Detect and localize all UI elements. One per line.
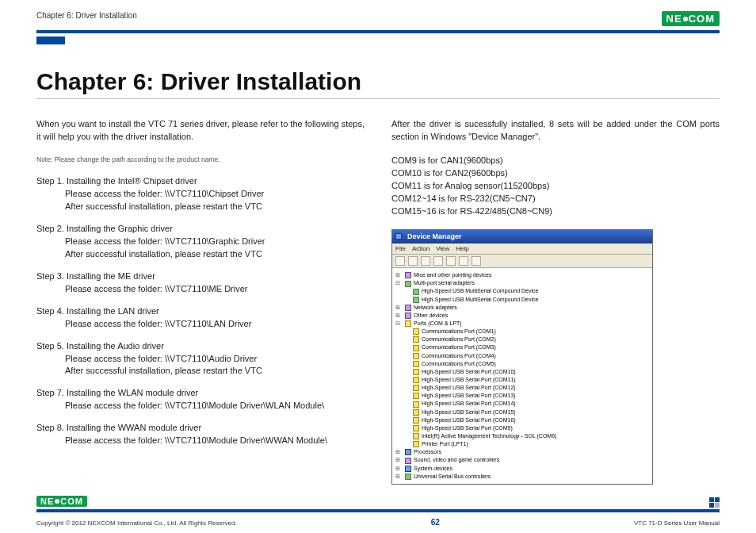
tree-node: System devices xyxy=(397,465,651,473)
intro-text: When you want to install the VTC 71 seri… xyxy=(36,118,365,144)
right-column: After the driver is sucessfully installe… xyxy=(391,118,720,485)
left-column: When you want to install the VTC 71 seri… xyxy=(36,118,365,485)
note-text: Note: Please change the path according t… xyxy=(36,155,365,164)
footer-decor-icon xyxy=(709,497,720,508)
cpu-icon xyxy=(405,449,411,455)
logo-nexcom: NECOM xyxy=(662,11,720,26)
tree-node: Processors xyxy=(397,448,651,456)
step-heading: Step 5. Installing the Audio driver xyxy=(36,340,365,353)
page-number: 62 xyxy=(431,518,440,527)
system-icon xyxy=(405,466,411,472)
menu-bar: FileActionViewHelp xyxy=(392,243,652,255)
step-heading: Step 7. Installing the WLAN module drive… xyxy=(36,387,365,400)
window-titlebar: Device Manager xyxy=(392,230,652,243)
tree-leaf: High-Speed USB MultiSerial Compound Devi… xyxy=(397,287,651,295)
tree-leaf: High-Speed USB MultiSerial Compound Devi… xyxy=(397,296,651,304)
header-accent xyxy=(36,36,65,44)
footer-rule xyxy=(36,509,720,512)
tree-node: Mice and other pointing devices xyxy=(397,271,651,279)
usb-icon xyxy=(405,281,411,287)
device-manager-screenshot: Device Manager FileActionViewHelp Mice a… xyxy=(391,229,653,485)
mouse-icon xyxy=(405,272,411,278)
usb-icon xyxy=(405,474,411,480)
header-rule xyxy=(36,30,720,33)
manual-name: VTC 71-D Series User Manual xyxy=(634,520,720,527)
tree-node: Sound, video and game controllers xyxy=(397,456,651,464)
tree-node: Universal Serial Bus controllers xyxy=(397,473,651,481)
breadcrumb: Chapter 6: Driver Installation xyxy=(36,11,137,20)
step-heading: Step 8. Installing the WWAN module drive… xyxy=(36,422,365,435)
port-icon xyxy=(405,320,411,327)
tree-node: Network adapters xyxy=(397,304,651,312)
sound-icon xyxy=(405,458,411,464)
step-heading: Step 1. Installing the Intel® Chipset dr… xyxy=(36,175,365,188)
tree-node-ports: Ports (COM & LPT) xyxy=(397,320,651,328)
step-heading: Step 4. Installing the LAN driver xyxy=(36,305,365,318)
page-title: Chapter 6: Driver Installation xyxy=(36,68,720,95)
monitor-icon xyxy=(395,233,402,240)
footer-logo: NECOM xyxy=(36,493,87,508)
copyright: Copyright © 2012 NEXCOM International Co… xyxy=(36,520,237,527)
com-port-list: COM9 is for CAN1(9600bps) COM10 is for C… xyxy=(391,155,720,218)
toolbar-icon xyxy=(395,256,405,266)
title-rule xyxy=(36,98,720,99)
device-tree: Mice and other pointing devices Multi-po… xyxy=(392,268,652,484)
tree-node: Other devices xyxy=(397,312,651,320)
right-intro: After the driver is sucessfully installe… xyxy=(391,118,720,144)
network-icon xyxy=(405,305,411,311)
step-heading: Step 3. Installing the ME driver xyxy=(36,270,365,283)
step-heading: Step 2. Installing the Graphic driver xyxy=(36,223,365,236)
tree-node-multiport: Multi-port serial adapters xyxy=(397,279,651,287)
toolbar xyxy=(392,255,652,268)
